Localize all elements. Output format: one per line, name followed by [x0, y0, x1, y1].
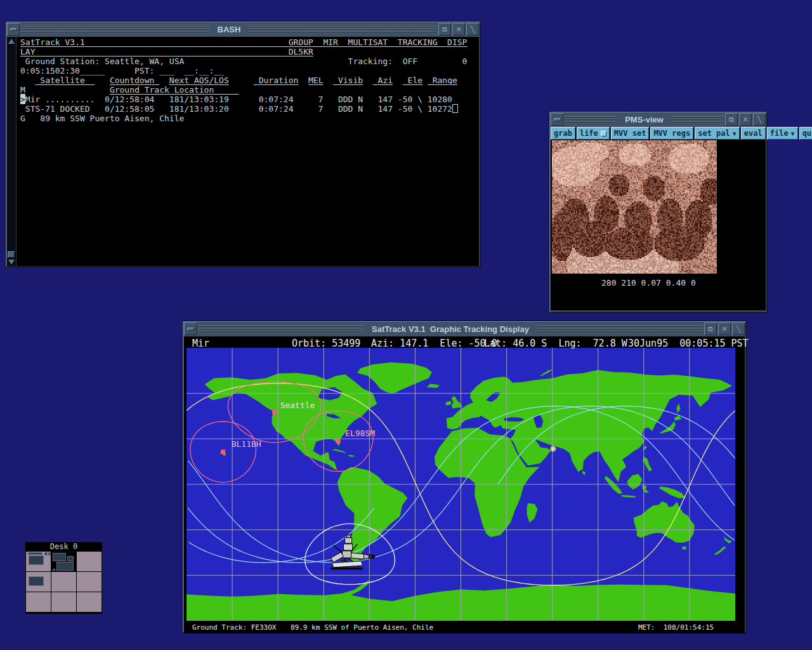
pms-content: 280 210 0.07 0.40 0	[551, 140, 766, 310]
dropdown-arrow-icon[interactable]: ▼	[791, 130, 795, 137]
maximize-button[interactable]: ⧉	[704, 322, 717, 335]
ground-track-label: Ground Track: FE33OX	[192, 623, 276, 632]
maximize-button[interactable]: ⧉	[725, 113, 738, 126]
resize-button[interactable]: ╲	[466, 23, 479, 36]
map-status-top: Mir Orbit: 53499 Azi: 147.1 Ele: -50.0 L…	[187, 336, 742, 348]
pms-button-MVV-regs[interactable]: MVV regs	[650, 127, 693, 140]
pms-button-label: eval	[744, 129, 763, 138]
mini-window[interactable]	[29, 576, 44, 586]
pms-toolbar: grablifeMVV setMVV regsset pal▼evalfile▼…	[551, 127, 766, 140]
resize-icon: ╲	[737, 326, 741, 333]
station-marker	[221, 449, 225, 454]
met-clock: MET: 108/01:54:15	[638, 623, 714, 632]
pager-title: Desk 0	[25, 542, 102, 552]
close-icon: ✕	[721, 326, 727, 333]
maximize-button[interactable]: ⧉	[438, 23, 451, 36]
titlebar-ridges	[537, 324, 703, 333]
date-time: 30Jun95 00:05:15 PST	[628, 338, 749, 349]
pms-titlebar[interactable]: PMS-view ⧉ ✕ ╲	[551, 113, 766, 126]
pms-button-eval[interactable]: eval	[741, 127, 766, 140]
minimize-button[interactable]	[184, 322, 197, 335]
titlebar-ridges	[21, 25, 210, 34]
mini-window[interactable]	[44, 552, 48, 555]
video-frame-image	[552, 140, 717, 274]
resize-icon: ╲	[471, 26, 475, 33]
pms-button-grab[interactable]: grab	[551, 127, 575, 140]
down-triangle-icon	[8, 260, 15, 265]
maximize-icon: ⧉	[708, 326, 713, 333]
dropdown-arrow-icon[interactable]: ▼	[733, 130, 737, 137]
pms-button-label: MVV regs	[653, 129, 690, 138]
bash-window-title: BASH	[211, 23, 247, 36]
pager-page[interactable]	[51, 572, 76, 592]
mini-window[interactable]	[53, 553, 66, 561]
pms-button-file[interactable]: file▼	[767, 127, 798, 140]
mini-window[interactable]	[29, 555, 44, 565]
pms-view-window: PMS-view ⧉ ✕ ╲ grablifeMVV setMVV regsse…	[549, 111, 768, 313]
pms-status-text: 280 210 0.07 0.40 0	[601, 278, 696, 288]
mini-window[interactable]	[28, 552, 43, 555]
close-button[interactable]: ✕	[718, 322, 731, 335]
checkbox-icon[interactable]	[601, 131, 606, 136]
pms-window-title: PMS-view	[619, 113, 670, 126]
pager-page[interactable]	[26, 592, 51, 612]
resize-icon: ╲	[757, 116, 762, 123]
pms-button-quit[interactable]: quit	[799, 127, 812, 140]
pms-button-label: grab	[554, 129, 572, 138]
mini-window[interactable]	[56, 562, 74, 571]
pager-page-current[interactable]	[51, 552, 76, 571]
close-icon: ✕	[455, 26, 461, 33]
pager-page[interactable]	[77, 592, 102, 612]
scrollbar-thumb[interactable]	[8, 251, 15, 258]
station-marker	[336, 439, 341, 443]
map-content: Mir Orbit: 53499 Azi: 147.1 Ele: -50.0 L…	[184, 336, 745, 633]
close-button[interactable]: ✕	[452, 23, 465, 36]
titlebar-ridges	[198, 324, 364, 333]
pms-button-life[interactable]: life	[577, 127, 610, 140]
bash-titlebar[interactable]: BASH ⧉ ✕ ╲	[7, 23, 479, 36]
mini-window[interactable]	[53, 569, 55, 571]
map-status-bottom: Ground Track: FE33OX 89.9 km SSW of Puer…	[187, 621, 742, 633]
bash-terminal-window: BASH ⧉ ✕ ╲ SatTrack V3.1 GROUP MIR MULTI…	[5, 21, 481, 267]
pms-button-label: file	[770, 129, 789, 138]
minimize-icon	[187, 328, 194, 331]
world-map: SeattleEL98SMBL11BH	[187, 348, 735, 621]
mini-window[interactable]	[67, 556, 74, 561]
close-icon: ✕	[742, 116, 748, 123]
pms-button-set-pal[interactable]: set pal▼	[695, 127, 740, 140]
pms-button-label: quit	[802, 129, 812, 138]
minimize-icon	[554, 118, 561, 121]
scroll-up-arrow[interactable]	[8, 37, 15, 44]
mini-window[interactable]	[48, 552, 51, 555]
maximize-icon: ⧉	[442, 26, 447, 33]
desktop-pager: Desk 0	[25, 542, 102, 614]
titlebar-ridges	[565, 115, 617, 124]
resize-button[interactable]: ╲	[732, 322, 745, 335]
map-window-title: SatTrack V3.1 Graphic Tracking Display	[365, 322, 535, 335]
pager-page[interactable]	[26, 552, 51, 571]
station-marker	[272, 410, 277, 415]
minimize-button[interactable]	[7, 23, 20, 36]
station-label: EL98SM	[345, 428, 375, 438]
scroll-down-arrow[interactable]	[8, 258, 15, 265]
maximize-icon: ⧉	[729, 116, 734, 123]
terminal-output: SatTrack V3.1 GROUP MIR MULTISAT TRACKIN…	[16, 37, 479, 266]
pager-grid	[25, 552, 102, 613]
minimize-button[interactable]	[551, 113, 563, 126]
pms-button-MVV-set[interactable]: MVV set	[611, 127, 650, 140]
terminal-scrollbar[interactable]	[7, 37, 16, 266]
pager-page[interactable]	[77, 552, 102, 571]
titlebar-ridges	[248, 25, 437, 34]
satellite-name: Mir	[192, 338, 209, 349]
pager-page[interactable]	[51, 592, 76, 612]
pms-button-label: set pal	[698, 129, 730, 138]
resize-button[interactable]: ╲	[753, 113, 766, 126]
station-label: Seattle	[280, 401, 315, 410]
orbit-number: Orbit: 53499	[292, 338, 360, 349]
map-titlebar[interactable]: SatTrack V3.1 Graphic Tracking Display ⧉…	[184, 322, 745, 335]
close-button[interactable]: ✕	[739, 113, 752, 126]
pager-page[interactable]	[26, 572, 51, 592]
pms-button-label: life	[580, 129, 598, 138]
pms-button-label: MVV set	[614, 129, 646, 138]
pager-page[interactable]	[77, 572, 102, 592]
